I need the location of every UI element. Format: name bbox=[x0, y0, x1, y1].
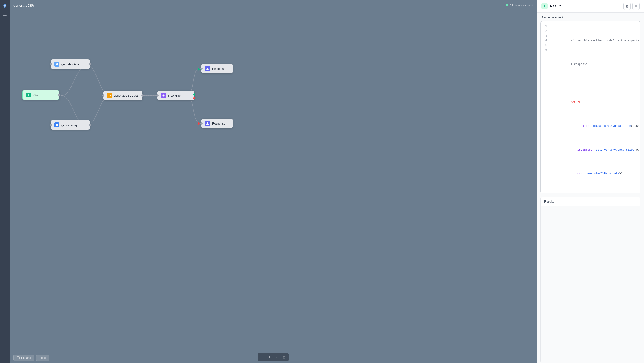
start-node-right-connector bbox=[58, 94, 60, 96]
logs-label: Logs bbox=[40, 356, 46, 360]
plus-nav-icon[interactable] bbox=[3, 13, 7, 19]
results-body bbox=[541, 206, 640, 251]
logs-button[interactable]: Logs bbox=[36, 355, 49, 361]
response-false-icon bbox=[205, 121, 210, 126]
line-numbers: 1 2 3 4 5 6 bbox=[541, 24, 549, 190]
trash-icon bbox=[626, 5, 628, 8]
js-node-right-connector bbox=[141, 94, 144, 97]
response-true-label: Response bbox=[212, 67, 226, 70]
get-inventory-label: getInventory bbox=[62, 123, 78, 127]
response-false-label: Response bbox=[212, 122, 226, 125]
zoom-in-button[interactable]: − bbox=[260, 354, 266, 360]
generate-csv-data-label: generateCSVData bbox=[114, 94, 138, 97]
code-line-6: csv: generateCSVData.data}) bbox=[550, 167, 640, 181]
db-node-left-connector bbox=[50, 124, 52, 126]
expand-button[interactable]: Expand bbox=[14, 355, 34, 361]
code-lines[interactable]: // Use this section to define the expect… bbox=[549, 24, 640, 190]
svg-rect-4 bbox=[17, 357, 20, 359]
response-true-icon bbox=[205, 66, 210, 71]
delete-button[interactable] bbox=[624, 3, 630, 10]
if-condition-label: If condition bbox=[168, 94, 182, 97]
svg-marker-0 bbox=[28, 94, 30, 96]
if-false-connector bbox=[193, 97, 196, 99]
code-line-1: // Use this section to define the expect… bbox=[550, 34, 640, 48]
panel-header: Result bbox=[537, 0, 644, 12]
js-node-left-connector bbox=[102, 94, 104, 97]
response-true-left-connector bbox=[200, 67, 202, 70]
canvas-nodes: Start getSalesData getInven bbox=[10, 11, 537, 352]
start-node-icon bbox=[26, 92, 31, 97]
top-bar: generateCSV All changes saved bbox=[10, 0, 537, 11]
cloud-node-icon bbox=[54, 62, 59, 67]
status-text: All changes saved bbox=[510, 4, 533, 7]
db-node-icon bbox=[54, 122, 59, 127]
download-icon bbox=[543, 4, 546, 8]
fit-button[interactable]: ⤢ bbox=[274, 354, 280, 360]
logo-icon[interactable] bbox=[2, 3, 8, 10]
reset-button[interactable]: ⊡ bbox=[281, 354, 287, 360]
code-line-5: inventory: getInventory.data.slice(0,5), bbox=[550, 143, 640, 157]
cloud-node-left-connector bbox=[50, 63, 52, 65]
if-node-left-connector bbox=[156, 94, 158, 97]
expand-icon bbox=[17, 356, 20, 359]
close-button[interactable] bbox=[632, 3, 640, 10]
generate-csv-data-node[interactable]: JS generateCSVData bbox=[103, 91, 142, 100]
if-node-icon bbox=[161, 93, 166, 98]
right-panel: Result Response object 1 2 3 bbox=[537, 0, 644, 363]
start-node-label: Start bbox=[33, 93, 39, 97]
response-false-left-connector bbox=[200, 122, 202, 124]
zoom-controls: − + ⤢ ⊡ bbox=[258, 353, 289, 361]
js-node-icon: JS bbox=[107, 93, 112, 98]
start-node[interactable]: Start bbox=[22, 90, 59, 100]
close-icon bbox=[634, 5, 638, 8]
panel-header-actions bbox=[624, 3, 640, 10]
page-title: generateCSV bbox=[14, 3, 34, 7]
code-line-4: ({sales: getSalesData.data.slice(0,5), bbox=[550, 119, 640, 133]
if-true-connector bbox=[193, 93, 196, 96]
results-section: Results bbox=[540, 197, 640, 363]
if-condition-node[interactable]: If condition bbox=[158, 91, 194, 100]
response-true-node[interactable]: Response bbox=[202, 64, 233, 73]
get-inventory-node[interactable]: getInventory bbox=[51, 120, 90, 130]
canvas-area: generateCSV All changes saved bbox=[10, 0, 537, 363]
panel-title: Result bbox=[550, 4, 561, 8]
panel-header-icon bbox=[541, 3, 548, 9]
status-bar: All changes saved bbox=[506, 4, 533, 7]
db-node-right-connector bbox=[89, 124, 91, 126]
panel-header-left: Result bbox=[541, 3, 561, 9]
response-object-section: Response object 1 2 3 4 5 6 // Use this … bbox=[537, 12, 644, 193]
expand-label: Expand bbox=[21, 356, 31, 360]
get-sales-data-node[interactable]: getSalesData bbox=[51, 59, 90, 69]
code-line-2 bbox=[550, 81, 640, 86]
true-arrow: ▶ bbox=[198, 67, 200, 71]
results-header: Results bbox=[541, 197, 640, 206]
zoom-out-button[interactable]: + bbox=[266, 354, 273, 360]
status-dot bbox=[506, 4, 508, 6]
code-editor[interactable]: 1 2 3 4 5 6 // Use this section to defin… bbox=[540, 21, 640, 193]
cloud-node-right-connector bbox=[89, 63, 91, 65]
get-sales-data-label: getSalesData bbox=[62, 63, 79, 66]
sidebar bbox=[0, 0, 10, 363]
response-false-node[interactable]: Response bbox=[202, 119, 233, 128]
code-line-1b: I response bbox=[550, 57, 640, 72]
response-object-label: Response object bbox=[537, 12, 644, 21]
code-line-3: return bbox=[550, 95, 640, 110]
